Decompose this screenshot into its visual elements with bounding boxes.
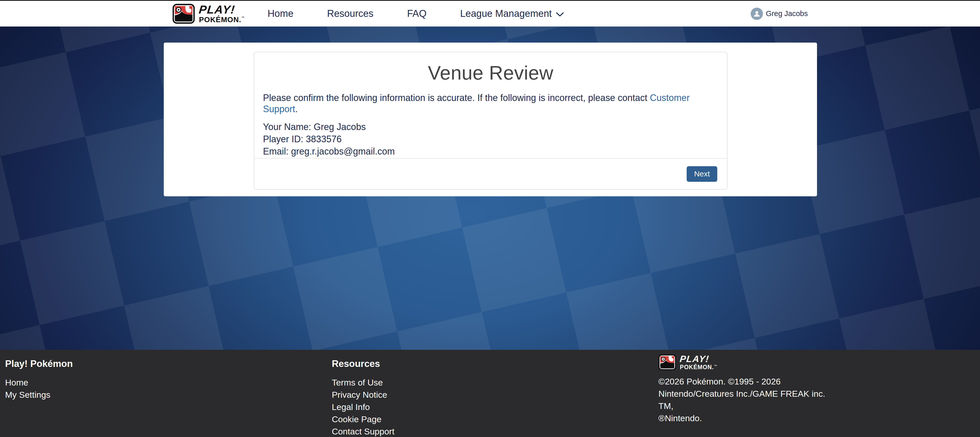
- brand-play-text: PLAY!: [199, 4, 245, 15]
- footer-column-legal: PLAY! POKÉMON.™ ©2026 Pokémon. ©1995 - 2…: [653, 354, 980, 437]
- footer-link-contact-support[interactable]: Contact Support: [332, 425, 395, 437]
- email-row: Email: greg.r.jacobs@gmail.com: [263, 145, 718, 157]
- footer-link-home[interactable]: Home: [5, 376, 28, 389]
- site-footer: Play! Pokémon Home My Settings Resources…: [0, 350, 980, 437]
- main-navigation: Home Resources FAQ League Management: [267, 8, 564, 19]
- footer-column-resources: Resources Terms of Use Privacy Notice Le…: [327, 358, 654, 437]
- footer-link-terms-of-use[interactable]: Terms of Use: [332, 376, 383, 389]
- user-menu[interactable]: Greg Jacobs: [751, 8, 808, 20]
- page-background: Venue Review Please confirm the followin…: [0, 27, 980, 350]
- play-pokemon-logo[interactable]: PLAY! POKÉMON.™: [172, 4, 245, 24]
- play-pokemon-icon: [659, 354, 676, 370]
- brand-pokemon-text: POKÉMON.™: [199, 16, 245, 24]
- footer-column-play-pokemon: Play! Pokémon Home My Settings: [0, 358, 327, 437]
- copyright-text: ©2026 Pokémon. ©1995 - 2026 Nintendo/Cre…: [659, 375, 837, 424]
- chevron-down-icon: [556, 12, 564, 17]
- user-name: Greg Jacobs: [766, 10, 808, 18]
- your-name-row: Your Name: Greg Jacobs: [263, 121, 718, 133]
- footer-link-privacy-notice[interactable]: Privacy Notice: [332, 389, 387, 401]
- brand-pokemon-text: POKÉMON.™: [680, 364, 717, 370]
- nav-league-management[interactable]: League Management: [460, 8, 564, 19]
- player-id-row: Player ID: 3833576: [263, 133, 718, 145]
- footer-link-legal-info[interactable]: Legal Info: [332, 401, 370, 413]
- next-button[interactable]: Next: [687, 166, 717, 182]
- nav-faq[interactable]: FAQ: [407, 8, 426, 19]
- content-panel: Venue Review Please confirm the followin…: [164, 43, 817, 196]
- card-footer: Next: [254, 158, 727, 189]
- your-name-value: Greg Jacobs: [314, 122, 366, 132]
- footer-heading-resources: Resources: [332, 359, 654, 369]
- footer-link-my-settings[interactable]: My Settings: [5, 389, 51, 401]
- nav-home[interactable]: Home: [267, 8, 293, 19]
- page-title: Venue Review: [254, 62, 727, 84]
- avatar: [751, 8, 763, 20]
- brand-play-text: PLAY!: [679, 354, 718, 364]
- top-navbar: PLAY! POKÉMON.™ Home Resources FAQ Leagu…: [0, 0, 980, 27]
- player-id-value: 3833576: [306, 134, 342, 144]
- player-info: Your Name: Greg Jacobs Player ID: 383357…: [263, 121, 718, 157]
- play-pokemon-icon: [172, 4, 195, 24]
- footer-heading-play-pokemon: Play! Pokémon: [5, 359, 327, 369]
- page: PLAY! POKÉMON.™ Home Resources FAQ Leagu…: [0, 0, 980, 437]
- trademark-symbol: ™: [714, 364, 717, 368]
- venue-review-card: Venue Review Please confirm the followin…: [254, 52, 727, 190]
- email-value: greg.r.jacobs@gmail.com: [291, 146, 395, 157]
- nav-resources[interactable]: Resources: [327, 8, 374, 19]
- footer-play-pokemon-logo: PLAY! POKÉMON.™: [659, 354, 980, 370]
- footer-link-cookie-page[interactable]: Cookie Page: [332, 413, 382, 425]
- person-icon: [752, 10, 761, 18]
- confirmation-text: Please confirm the following information…: [263, 92, 718, 114]
- trademark-symbol: ™: [241, 16, 245, 19]
